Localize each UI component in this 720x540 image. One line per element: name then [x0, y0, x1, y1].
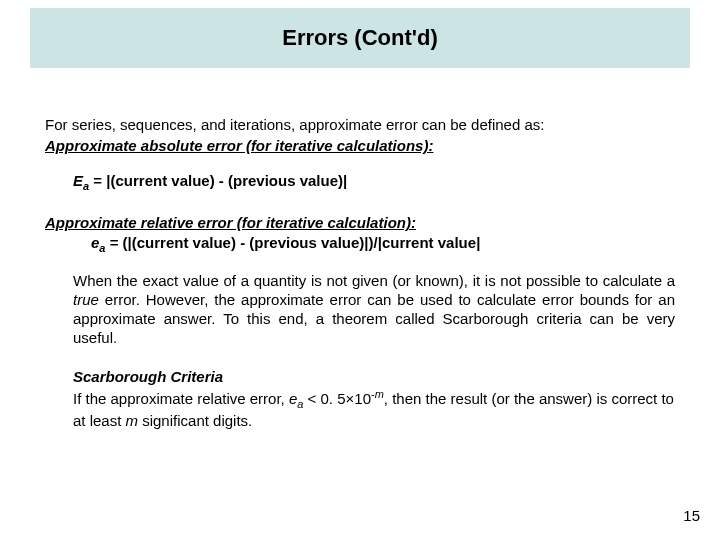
explanation-paragraph: When the exact value of a quantity is no…: [73, 271, 675, 348]
intro-text: For series, sequences, and iterations, a…: [45, 115, 675, 134]
ea-mid: (current value) - (previous value): [132, 234, 365, 251]
ea-equals: = (: [105, 234, 127, 251]
title-bar: Errors (Cont'd): [30, 8, 690, 68]
scarborough-criteria: Scarborough Criteria If the approximate …: [73, 367, 675, 429]
ea-denom: current value: [382, 234, 476, 251]
slide: Errors (Cont'd) For series, sequences, a…: [0, 0, 720, 540]
criteria-exp: -m: [371, 388, 384, 400]
Ea-rhs: (current value) - (previous value): [110, 172, 343, 189]
criteria-b: < 0. 5: [303, 390, 345, 407]
criteria-c: 10: [354, 390, 371, 407]
rel-error-formula: ea = (|(current value) - (previous value…: [91, 233, 675, 255]
abs-bar-close-3: |: [476, 234, 480, 251]
rel-error-heading: Approximate relative error (for iterativ…: [45, 213, 675, 232]
criteria-m: m: [126, 412, 139, 429]
criteria-a: If the approximate relative error,: [73, 390, 289, 407]
ea-close: )/: [369, 234, 378, 251]
Ea-equals: =: [89, 172, 106, 189]
para-b: error. However, the approximate error ca…: [73, 291, 675, 346]
slide-title: Errors (Cont'd): [282, 25, 438, 51]
abs-error-formula: Ea = |(current value) - (previous value)…: [73, 171, 675, 193]
criteria-e: significant digits.: [138, 412, 252, 429]
criteria-times: ×: [346, 390, 355, 407]
slide-body: For series, sequences, and iterations, a…: [45, 115, 675, 430]
criteria-heading: Scarborough Criteria: [73, 367, 675, 386]
para-true: true: [73, 291, 99, 308]
criteria-body: If the approximate relative error, ea < …: [73, 387, 675, 430]
para-a: When the exact value of a quantity is no…: [73, 272, 675, 289]
Ea-symbol: E: [73, 172, 83, 189]
page-number: 15: [683, 507, 700, 524]
abs-bar-close: |: [343, 172, 347, 189]
abs-error-heading: Approximate absolute error (for iterativ…: [45, 136, 675, 155]
